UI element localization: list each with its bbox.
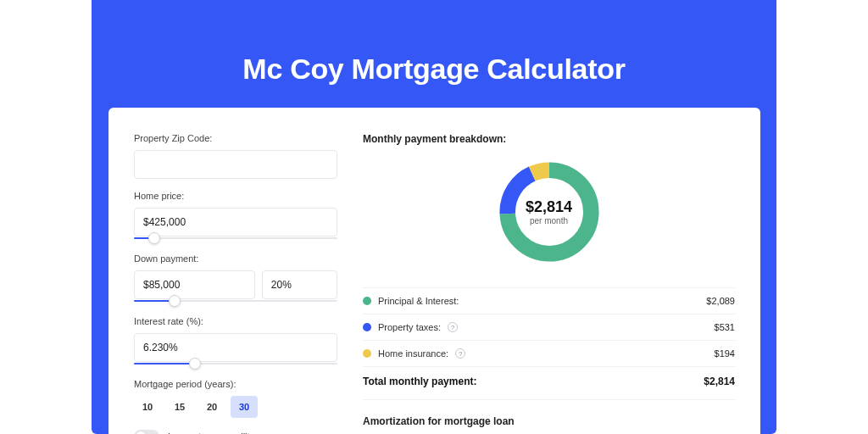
period-option-15[interactable]: 15 bbox=[166, 396, 193, 418]
field-down-payment: Down payment: bbox=[134, 253, 337, 304]
down-payment-slider[interactable] bbox=[134, 298, 337, 304]
field-zip: Property Zip Code: bbox=[134, 133, 337, 179]
period-option-30[interactable]: 30 bbox=[231, 396, 258, 418]
home-price-slider[interactable] bbox=[134, 235, 337, 242]
field-home-price: Home price: bbox=[134, 191, 337, 242]
interest-slider[interactable] bbox=[134, 360, 337, 367]
legend-swatch bbox=[363, 297, 371, 305]
donut-chart: $2,814 per month bbox=[363, 157, 735, 267]
donut-value: $2,814 bbox=[526, 198, 572, 216]
interest-label: Interest rate (%): bbox=[134, 316, 337, 326]
legend-row: Home insurance:?$194 bbox=[363, 340, 735, 367]
slider-thumb[interactable] bbox=[189, 358, 201, 370]
total-label: Total monthly payment: bbox=[363, 376, 476, 387]
field-period: Mortgage period (years): 10152030 bbox=[134, 379, 337, 418]
legend-label: Principal & Interest: bbox=[378, 296, 459, 306]
home-price-input[interactable] bbox=[134, 208, 337, 236]
breakdown-column: Monthly payment breakdown: $2,814 per mo… bbox=[363, 133, 735, 434]
zip-input[interactable] bbox=[134, 150, 337, 179]
legend-row: Property taxes:?$531 bbox=[363, 314, 735, 340]
legend-swatch bbox=[363, 349, 371, 358]
legend-value: $531 bbox=[715, 322, 735, 332]
slider-thumb[interactable] bbox=[148, 232, 160, 244]
form-column: Property Zip Code: Home price: Down paym… bbox=[134, 133, 337, 434]
info-icon[interactable]: ? bbox=[455, 348, 465, 359]
amortization-section: Amortization for mortgage loan Amortizat… bbox=[363, 415, 735, 434]
calculator-panel: Property Zip Code: Home price: Down paym… bbox=[108, 108, 760, 434]
veteran-row: I am veteran or military bbox=[134, 430, 337, 434]
legend-swatch bbox=[363, 323, 371, 331]
legend-row: Principal & Interest:$2,089 bbox=[363, 287, 735, 314]
breakdown-heading: Monthly payment breakdown: bbox=[363, 133, 735, 145]
period-option-20[interactable]: 20 bbox=[198, 396, 225, 418]
home-price-label: Home price: bbox=[134, 191, 337, 201]
interest-input[interactable] bbox=[134, 333, 337, 362]
veteran-toggle[interactable] bbox=[134, 430, 159, 434]
donut-sublabel: per month bbox=[530, 216, 568, 225]
field-interest: Interest rate (%): bbox=[134, 316, 337, 367]
down-payment-label: Down payment: bbox=[134, 253, 337, 264]
legend-value: $194 bbox=[715, 348, 735, 359]
legend-label: Home insurance: bbox=[378, 348, 448, 359]
amortization-heading: Amortization for mortgage loan bbox=[363, 415, 735, 427]
legend-value: $2,089 bbox=[706, 296, 735, 306]
info-icon[interactable]: ? bbox=[448, 322, 458, 332]
total-row: Total monthly payment: $2,814 bbox=[363, 367, 735, 400]
down-payment-amount-input[interactable] bbox=[134, 270, 255, 299]
total-value: $2,814 bbox=[704, 376, 735, 387]
period-option-10[interactable]: 10 bbox=[134, 396, 161, 418]
down-payment-percent-input[interactable] bbox=[262, 270, 337, 299]
period-label: Mortgage period (years): bbox=[134, 379, 337, 389]
slider-thumb[interactable] bbox=[169, 295, 181, 307]
legend-label: Property taxes: bbox=[378, 322, 441, 332]
zip-label: Property Zip Code: bbox=[134, 133, 337, 143]
page-title: Mc Coy Mortgage Calculator bbox=[92, 53, 776, 86]
